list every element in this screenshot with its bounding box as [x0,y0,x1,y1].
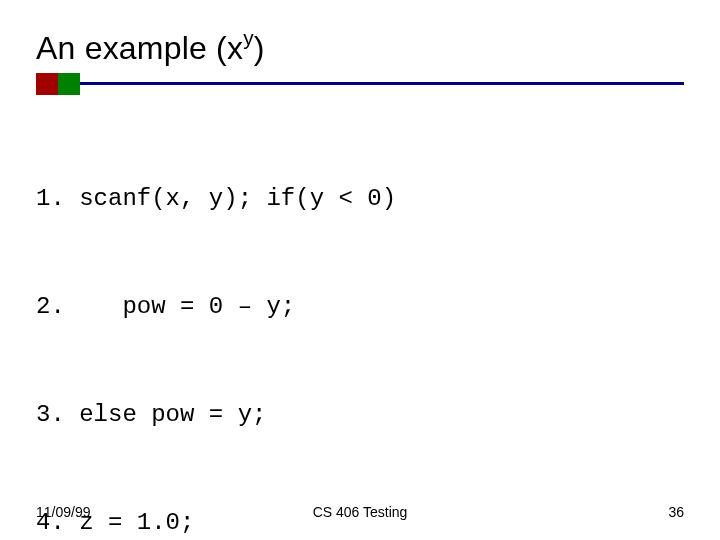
title-prefix: An example (x [36,30,243,66]
footer-course: CS 406 Testing [36,504,684,520]
slide-footer: 11/09/99 CS 406 Testing 36 [36,504,684,520]
code-line: 3. else pow = y; [36,397,684,433]
title-rule [80,82,684,85]
code-line: 2. pow = 0 – y; [36,289,684,325]
accent-square-red [36,73,58,95]
title-superscript: y [243,26,254,49]
accent-square-green [58,73,80,95]
slide-title: An example (xy) [36,28,684,67]
code-line: 1. scanf(x, y); if(y < 0) [36,181,684,217]
title-underline [36,73,684,95]
code-block: 1. scanf(x, y); if(y < 0) 2. pow = 0 – y… [36,109,684,540]
slide: An example (xy) 1. scanf(x, y); if(y < 0… [0,0,720,540]
title-suffix: ) [254,30,265,66]
